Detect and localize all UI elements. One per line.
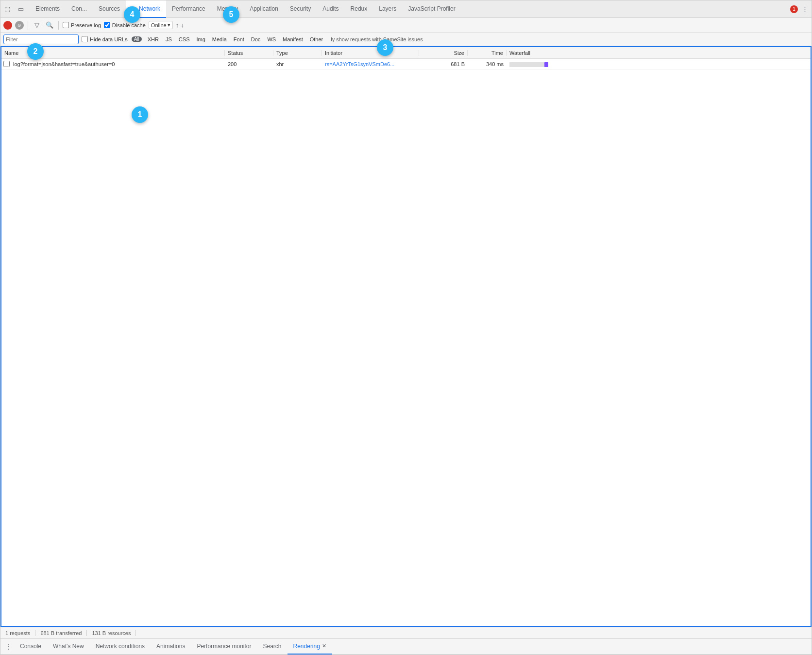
table-header: Name Status Type Initiator Size Time Wat… — [1, 47, 811, 59]
cell-name: log?format=json&hasfast=true&authuser=0 — [11, 61, 225, 67]
close-rendering-tab[interactable]: ✕ — [322, 643, 326, 649]
filter-font[interactable]: Font — [231, 35, 247, 43]
filter-img[interactable]: Img — [193, 35, 208, 43]
filter-type-buttons: XHR JS CSS Img Media Font Doc WS Manifes… — [145, 35, 326, 43]
all-badge: All — [132, 36, 142, 42]
filter-js[interactable]: JS — [163, 35, 175, 43]
drawer-menu-icon[interactable]: ⋮ — [2, 641, 14, 653]
error-badge: 1 — [790, 5, 798, 13]
filter-other[interactable]: Other — [307, 35, 326, 43]
cell-time: 340 ms — [468, 61, 507, 67]
col-header-status[interactable]: Status — [225, 50, 273, 56]
disable-cache-label[interactable]: Disable cache — [104, 22, 146, 28]
chevron-down-icon: ▾ — [168, 22, 170, 28]
more-tabs-icon[interactable]: ⋮ — [800, 4, 810, 14]
import-export-btns: ↑ ↓ — [176, 21, 184, 29]
tab-overflow: 1 ⋮ — [790, 4, 810, 14]
drawer-tab-console[interactable]: Console — [14, 639, 47, 655]
drawer: ⋮ Console What's New Network conditions … — [0, 638, 812, 655]
drawer-tab-search[interactable]: Search — [257, 639, 287, 655]
device-icon[interactable]: ▭ — [16, 4, 26, 14]
tab-layers[interactable]: Layers — [373, 0, 402, 18]
drawer-tab-animations[interactable]: Animations — [151, 639, 191, 655]
row-checkbox[interactable] — [1, 61, 11, 67]
tab-performance[interactable]: Performance — [166, 0, 211, 18]
hide-data-urls-checkbox[interactable] — [82, 36, 88, 42]
divider — [28, 21, 28, 30]
drawer-tabs: ⋮ Console What's New Network conditions … — [0, 639, 812, 655]
tab-redux[interactable]: Redux — [345, 0, 373, 18]
tab-js-profiler[interactable]: JavaScript Profiler — [402, 0, 461, 18]
drawer-tab-rendering[interactable]: Rendering ✕ — [288, 639, 332, 655]
tab-console[interactable]: Con... — [66, 0, 93, 18]
annotation-1: 1 — [132, 106, 148, 123]
annotation-4: 4 — [124, 6, 140, 23]
network-table: Name Status Type Initiator Size Time Wat… — [0, 46, 812, 627]
col-header-time[interactable]: Time — [468, 50, 507, 56]
cell-type: xhr — [273, 61, 322, 67]
drawer-tab-performance-monitor[interactable]: Performance monitor — [191, 639, 257, 655]
col-header-waterfall[interactable]: Waterfall — [507, 50, 811, 56]
filter-xhr[interactable]: XHR — [145, 35, 162, 43]
col-header-initiator[interactable]: Initiator — [322, 50, 419, 56]
tab-application[interactable]: Application — [244, 0, 284, 18]
cell-waterfall — [507, 61, 811, 67]
filter-input[interactable] — [3, 34, 79, 44]
annotation-3: 3 — [377, 39, 393, 56]
annotation-2: 2 — [27, 43, 44, 60]
transferred-size: 681 B transferred — [35, 630, 87, 636]
tab-bar: ⬚ ▭ Elements Con... Sources ⚠ Network Pe… — [0, 0, 812, 18]
drawer-tab-network-conditions[interactable]: Network conditions — [90, 639, 151, 655]
cell-size: 681 B — [419, 61, 468, 67]
disable-cache-checkbox[interactable] — [104, 22, 110, 28]
filter-doc[interactable]: Doc — [248, 35, 264, 43]
resources-size: 131 B resources — [87, 630, 136, 636]
preserve-log-label[interactable]: Preserve log — [63, 22, 101, 28]
preserve-log-checkbox[interactable] — [63, 22, 69, 28]
tab-audits[interactable]: Audits — [317, 0, 344, 18]
status-bar: 1 requests 681 B transferred 131 B resou… — [0, 627, 812, 638]
filter-manifest[interactable]: Manifest — [280, 35, 306, 43]
upload-icon[interactable]: ↑ — [176, 21, 179, 29]
record-button[interactable] — [3, 21, 12, 30]
samesite-label: ly show requests with SameSite issues — [331, 36, 423, 42]
cell-initiator: rs=AA2YrTsG1synVSmDe6... — [322, 61, 419, 67]
inspect-icon[interactable]: ⬚ — [2, 4, 12, 14]
divider2 — [58, 21, 59, 30]
col-header-type[interactable]: Type — [273, 50, 322, 56]
download-icon[interactable]: ↓ — [181, 21, 184, 29]
filter-icon[interactable]: ▽ — [32, 20, 42, 30]
tab-security[interactable]: Security — [284, 0, 317, 18]
tab-sources[interactable]: Sources — [93, 0, 126, 18]
table-body: log?format=json&hasfast=true&authuser=0 … — [1, 59, 811, 626]
drawer-tab-whats-new[interactable]: What's New — [47, 639, 90, 655]
col-header-size[interactable]: Size — [419, 50, 468, 56]
filter-media[interactable]: Media — [209, 35, 230, 43]
tab-elements[interactable]: Elements — [30, 0, 66, 18]
requests-count: 1 requests — [5, 630, 35, 636]
annotation-5: 5 — [223, 6, 239, 23]
filter-css[interactable]: CSS — [176, 35, 193, 43]
toolbar: ⊘ ▽ 🔍 Preserve log Disable cache Online … — [0, 18, 812, 33]
throttle-select[interactable]: Online ▾ — [149, 21, 173, 29]
table-row[interactable]: log?format=json&hasfast=true&authuser=0 … — [1, 59, 811, 69]
row-select-checkbox[interactable] — [3, 61, 10, 67]
hide-data-urls-label[interactable]: Hide data URLs — [82, 36, 128, 42]
search-icon[interactable]: 🔍 — [45, 20, 54, 30]
filter-ws[interactable]: WS — [264, 35, 279, 43]
filter-bar: Hide data URLs All XHR JS CSS Img Media … — [0, 33, 812, 46]
tab-bar-icons: ⬚ ▭ — [2, 4, 26, 14]
cell-status: 200 — [225, 61, 273, 67]
stop-button[interactable]: ⊘ — [15, 21, 24, 30]
